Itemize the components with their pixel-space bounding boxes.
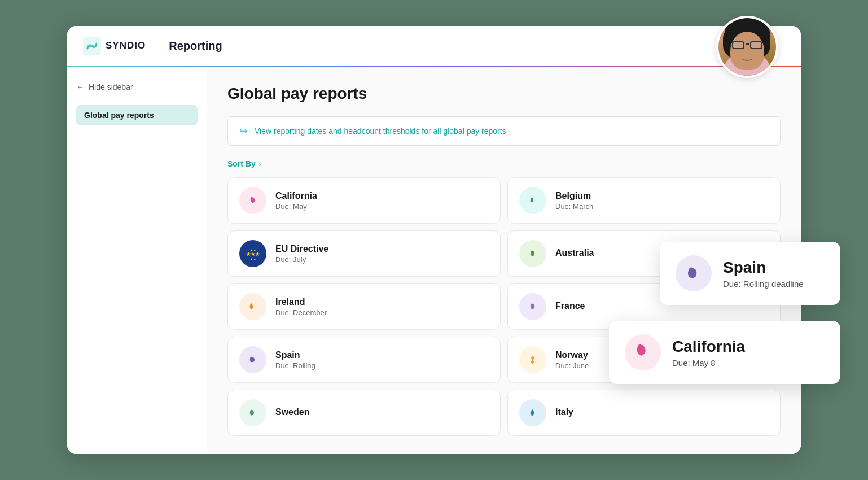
card-icon-ireland	[239, 293, 266, 320]
card-due-spain: Due: Rolling	[275, 361, 315, 370]
sidebar: ← Hide sidebar Global pay reports	[67, 67, 207, 454]
card-info-eu-directive: EU Directive Due: July	[275, 244, 328, 264]
header: SYNDIO Reporting	[67, 26, 801, 67]
card-eu-directive[interactable]: ★★★ ★ ★ ★ ★ EU Directive Due: July	[227, 230, 501, 277]
card-icon-spain	[239, 346, 266, 373]
svg-text:★★★: ★★★	[246, 251, 260, 257]
tooltip-california-info: California Due: May 8	[672, 338, 745, 368]
tooltip-spain-icon	[676, 255, 712, 291]
card-due-ireland: Due: December	[275, 308, 327, 317]
card-spain[interactable]: Spain Due: Rolling	[227, 337, 501, 383]
card-info-sweden: Sweden	[275, 407, 309, 418]
card-due-california: Due: May	[275, 202, 317, 211]
tooltip-california-due: Due: May 8	[672, 358, 745, 368]
card-icon-eu: ★★★ ★ ★ ★ ★	[239, 240, 266, 267]
card-icon-sweden	[239, 399, 266, 426]
card-california[interactable]: California Due: May	[227, 177, 501, 224]
tooltip-spain-name: Spain	[723, 259, 804, 277]
card-name-sweden: Sweden	[275, 407, 309, 417]
card-belgium[interactable]: Belgium Due: March	[507, 177, 781, 224]
redirect-icon: ↪	[239, 125, 248, 137]
sort-by-button[interactable]: Sort By ›	[227, 159, 781, 168]
card-info-ireland: Ireland Due: December	[275, 297, 327, 317]
card-name-ireland: Ireland	[275, 297, 327, 307]
sort-label: Sort By	[227, 159, 256, 168]
tooltip-california-name: California	[672, 338, 745, 356]
logo: SYNDIO	[83, 37, 146, 55]
card-name-belgium: Belgium	[555, 191, 593, 201]
page-title: Global pay reports	[227, 85, 781, 103]
hide-sidebar-arrow-icon: ←	[76, 82, 84, 91]
card-name-california: California	[275, 191, 317, 201]
card-name-norway: Norway	[555, 350, 589, 360]
tooltip-california: California Due: May 8	[609, 321, 840, 384]
card-italy[interactable]: Italy	[507, 390, 781, 436]
hide-sidebar-label: Hide sidebar	[89, 82, 133, 91]
header-divider	[157, 38, 157, 54]
layout: ← Hide sidebar Global pay reports Global…	[67, 67, 801, 454]
card-sweden[interactable]: Sweden	[227, 390, 501, 436]
card-name-spain: Spain	[275, 350, 315, 360]
card-icon-norway	[519, 346, 546, 373]
svg-point-12	[531, 356, 534, 360]
main-content: Global pay reports ↪ View reporting date…	[207, 67, 801, 454]
svg-text:★ ★: ★ ★	[250, 258, 256, 261]
header-title: Reporting	[169, 40, 222, 53]
card-icon-france	[519, 293, 546, 320]
logo-text: SYNDIO	[106, 40, 146, 51]
card-info-france: France	[555, 301, 585, 312]
card-due-belgium: Due: March	[555, 202, 593, 211]
card-name-france: France	[555, 301, 585, 311]
hide-sidebar-button[interactable]: ← Hide sidebar	[76, 80, 133, 94]
avatar[interactable]	[716, 16, 778, 78]
card-name-italy: Italy	[555, 407, 573, 417]
card-info-california: California Due: May	[275, 191, 317, 211]
info-banner-text: View reporting dates and headcount thres…	[255, 126, 506, 136]
tooltip-spain-info: Spain Due: Rolling deadline	[723, 259, 804, 289]
tooltip-spain: Spain Due: Rolling deadline	[660, 242, 840, 305]
sidebar-item-global-pay-reports[interactable]: Global pay reports	[76, 105, 198, 125]
syndio-logo-icon	[83, 37, 101, 55]
sort-chevron-icon: ›	[259, 160, 261, 168]
tooltip-california-icon	[625, 334, 661, 370]
card-info-belgium: Belgium Due: March	[555, 191, 593, 211]
cards-grid: California Due: May Belgium Due: March	[227, 177, 781, 436]
card-icon-california	[239, 187, 266, 214]
card-icon-belgium	[519, 187, 546, 214]
tooltip-spain-due: Due: Rolling deadline	[723, 279, 804, 289]
card-due-eu-directive: Due: July	[275, 255, 328, 264]
card-info-australia: Australia	[555, 248, 594, 259]
svg-text:★ ★: ★ ★	[250, 248, 256, 252]
card-icon-italy	[519, 399, 546, 426]
card-info-spain: Spain Due: Rolling	[275, 350, 315, 370]
app-window: SYNDIO Reporting	[67, 26, 801, 454]
sidebar-item-label: Global pay reports	[84, 111, 154, 120]
card-info-norway: Norway Due: June	[555, 350, 589, 370]
card-ireland[interactable]: Ireland Due: December	[227, 283, 501, 330]
card-icon-australia	[519, 240, 546, 267]
info-banner[interactable]: ↪ View reporting dates and headcount thr…	[227, 116, 781, 146]
card-due-norway: Due: June	[555, 361, 589, 370]
card-name-eu-directive: EU Directive	[275, 244, 328, 254]
card-name-australia: Australia	[555, 248, 594, 258]
card-info-italy: Italy	[555, 407, 573, 418]
